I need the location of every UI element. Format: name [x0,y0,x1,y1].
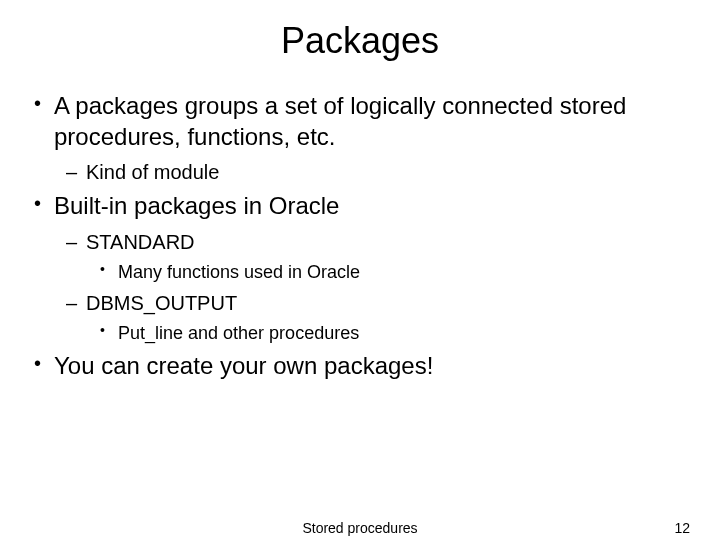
slide-title: Packages [0,0,720,90]
footer-center-text: Stored procedures [302,520,417,536]
bullet-item: Many functions used in Oracle [30,260,680,285]
bullet-item: DBMS_OUTPUT [30,289,680,317]
page-number: 12 [674,520,690,536]
bullet-item: Built-in packages in Oracle [30,190,680,221]
bullet-item: Put_line and other procedures [30,321,680,346]
bullet-item: A packages groups a set of logically con… [30,90,680,152]
bullet-item: You can create your own packages! [30,350,680,381]
bullet-item: STANDARD [30,228,680,256]
slide-content: A packages groups a set of logically con… [0,90,720,381]
bullet-item: Kind of module [30,158,680,186]
